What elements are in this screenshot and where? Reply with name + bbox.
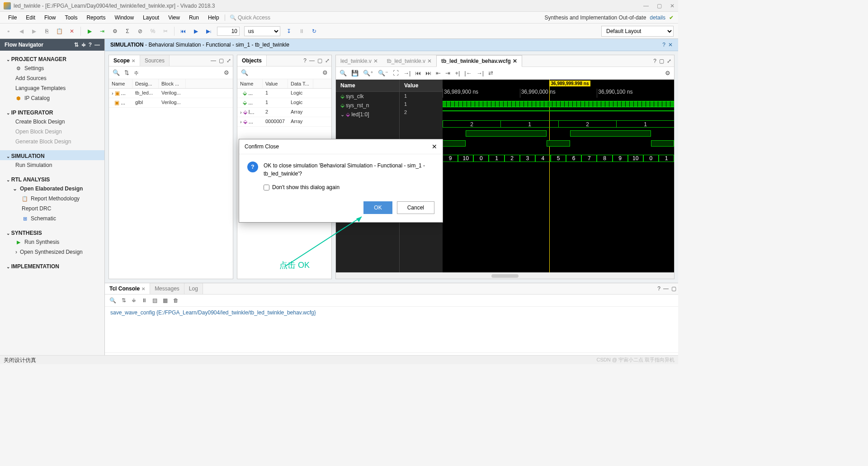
tab-messages[interactable]: Messages xyxy=(150,283,184,294)
menu-view[interactable]: View xyxy=(165,13,184,22)
table-row[interactable]: ⬙ ...1Logic xyxy=(237,89,331,98)
restart-icon[interactable]: ⏮ xyxy=(179,27,187,35)
cancel-icon[interactable]: ⊘ xyxy=(136,27,144,35)
layout-select[interactable]: Default Layout xyxy=(601,26,674,37)
ext-icon[interactable]: ⤢ xyxy=(226,57,231,64)
step-icon[interactable]: ⇥ xyxy=(98,27,106,35)
col-value[interactable]: Value xyxy=(263,79,288,88)
menu-layout[interactable]: Layout xyxy=(139,13,163,22)
new-icon[interactable]: ▫ xyxy=(5,27,13,35)
signal-row[interactable]: ⌄ ⬙ led[1:0] xyxy=(336,110,399,119)
next-edge-icon[interactable]: ⏭ xyxy=(425,70,431,76)
delete-icon[interactable]: ✕ xyxy=(68,27,76,35)
help-icon[interactable]: ? xyxy=(653,58,656,64)
table-row[interactable]: ⬙ ...1Logic xyxy=(237,98,331,108)
details-link[interactable]: details xyxy=(650,14,665,21)
collapse-icon[interactable]: ⇅ xyxy=(74,42,79,48)
sigma-icon[interactable]: Σ xyxy=(123,27,132,35)
paste-icon[interactable]: 📋 xyxy=(55,27,63,35)
expand-icon[interactable]: ▦ xyxy=(163,297,168,304)
maximize-button[interactable]: ▢ xyxy=(657,3,662,9)
close-icon[interactable]: ✕ xyxy=(132,58,135,63)
help-icon[interactable]: ? xyxy=(303,57,307,64)
menu-file[interactable]: File xyxy=(5,13,20,22)
nav-create-block[interactable]: Create Block Design xyxy=(0,117,104,127)
max-icon[interactable]: ▢ xyxy=(219,57,224,64)
min-icon[interactable]: — xyxy=(94,42,100,48)
tab-scope[interactable]: Scope✕ xyxy=(109,55,140,66)
nav-settings[interactable]: ⚙Settings xyxy=(0,63,104,73)
tab-led-twinkle-v[interactable]: led_twinkle.v✕ xyxy=(336,56,382,67)
go-to-cursor-icon[interactable]: →| xyxy=(403,70,410,76)
add-marker-icon[interactable]: +| xyxy=(455,70,460,76)
tab-wcfg[interactable]: tb_led_twinkle_behav.wcfg✕ xyxy=(436,55,522,67)
help-icon[interactable]: ? xyxy=(89,42,92,48)
minimize-button[interactable]: — xyxy=(643,3,649,9)
max-icon[interactable]: ▢ xyxy=(317,57,322,64)
nav-lang-templates[interactable]: Language Templates xyxy=(0,83,104,93)
nav-synthesis[interactable]: SYNTHESIS xyxy=(0,227,104,237)
close-window-button[interactable]: ✕ xyxy=(670,3,675,9)
trash-icon[interactable]: 🗑 xyxy=(173,297,179,304)
close-icon[interactable]: ✕ xyxy=(432,143,437,150)
menu-help[interactable]: Help xyxy=(204,13,223,22)
gear-icon[interactable]: ⚙ xyxy=(111,27,119,35)
tab-log[interactable]: Log xyxy=(184,283,203,294)
menu-edit[interactable]: Edit xyxy=(22,13,39,22)
search-icon[interactable]: 🔍 xyxy=(109,297,116,304)
nav-open-synth[interactable]: › Open Synthesized Design xyxy=(0,247,104,257)
close-icon[interactable]: ✕ xyxy=(668,42,673,48)
wave-scrollbar[interactable] xyxy=(336,272,674,279)
nav-schematic[interactable]: ⊞Schematic xyxy=(0,214,104,223)
col-design[interactable]: Desig... xyxy=(132,79,159,88)
table-row[interactable]: › ⬙ ...0000007Array xyxy=(237,117,331,127)
menu-run[interactable]: Run xyxy=(185,13,203,22)
min-icon[interactable]: — xyxy=(663,285,669,292)
filter-icon[interactable]: ≑ xyxy=(132,297,136,304)
zoom-in-icon[interactable]: 🔍⁺ xyxy=(363,70,373,76)
expand-icon[interactable]: ≑ xyxy=(81,42,86,48)
fwd-icon[interactable]: ▶ xyxy=(30,27,38,35)
ok-button[interactable]: OK xyxy=(363,201,392,214)
menu-flow[interactable]: Flow xyxy=(41,13,59,22)
signal-row[interactable]: ⬙ sys_clk xyxy=(336,92,399,101)
wave-canvas[interactable]: 36,989,999.998 ns 36,989,900 ns36,990,00… xyxy=(443,80,674,272)
ext-icon[interactable]: ⤢ xyxy=(325,57,330,64)
cut-icon[interactable]: ✂ xyxy=(161,27,170,35)
nav-add-sources[interactable]: Add Sources xyxy=(0,73,104,83)
filter-icon[interactable]: ≑ xyxy=(134,69,139,76)
pause-icon[interactable]: ⏸ xyxy=(142,297,147,304)
prev-tran-icon[interactable]: ⇤ xyxy=(436,70,441,76)
menu-window[interactable]: Window xyxy=(111,13,137,22)
nav-simulation[interactable]: SIMULATION xyxy=(0,150,104,160)
zoom-out-icon[interactable]: 🔍⁻ xyxy=(378,70,388,76)
time-unit-select[interactable]: us xyxy=(244,26,280,36)
search-icon[interactable]: 🔍 xyxy=(113,69,120,76)
nav-implementation[interactable]: IMPLEMENTATION xyxy=(0,261,104,271)
menu-tools[interactable]: Tools xyxy=(61,13,81,22)
nav-run-simulation[interactable]: Run Simulation xyxy=(0,160,104,170)
table-row[interactable]: ▣ ...glblVerilog... xyxy=(109,98,233,108)
table-row[interactable]: › ▣ ...tb_led...Verilog... xyxy=(109,89,233,98)
nav-rtl-analysis[interactable]: RTL ANALYSIS xyxy=(0,174,104,184)
gear-icon[interactable]: ⚙ xyxy=(322,69,328,76)
tab-tb-led-twinkle-v[interactable]: tb_led_twinkle.v✕ xyxy=(382,56,436,67)
min-icon[interactable]: — xyxy=(211,57,216,64)
gear-icon[interactable]: ⚙ xyxy=(665,70,670,76)
max-icon[interactable]: ▢ xyxy=(671,285,676,292)
cancel-button[interactable]: Cancel xyxy=(397,201,434,214)
col-name[interactable]: Name xyxy=(237,79,263,88)
prev-edge-icon[interactable]: ⏮ xyxy=(415,70,421,76)
swap-icon[interactable]: ⇄ xyxy=(488,70,493,76)
back-icon[interactable]: ◀ xyxy=(17,27,25,35)
prev-marker-icon[interactable]: |← xyxy=(464,70,472,76)
relaunch-icon[interactable]: ↻ xyxy=(310,27,318,35)
collapse-icon[interactable]: ⇅ xyxy=(122,297,126,304)
time-input[interactable] xyxy=(217,27,240,36)
run-for-icon[interactable]: ▶ᵢ xyxy=(204,27,212,35)
col-block[interactable]: Block ... xyxy=(159,79,186,88)
search-icon[interactable]: 🔍 xyxy=(340,70,347,76)
link-icon[interactable]: % xyxy=(149,27,157,35)
ext-icon[interactable]: ⤢ xyxy=(667,58,671,64)
max-icon[interactable]: ▢ xyxy=(659,58,664,64)
